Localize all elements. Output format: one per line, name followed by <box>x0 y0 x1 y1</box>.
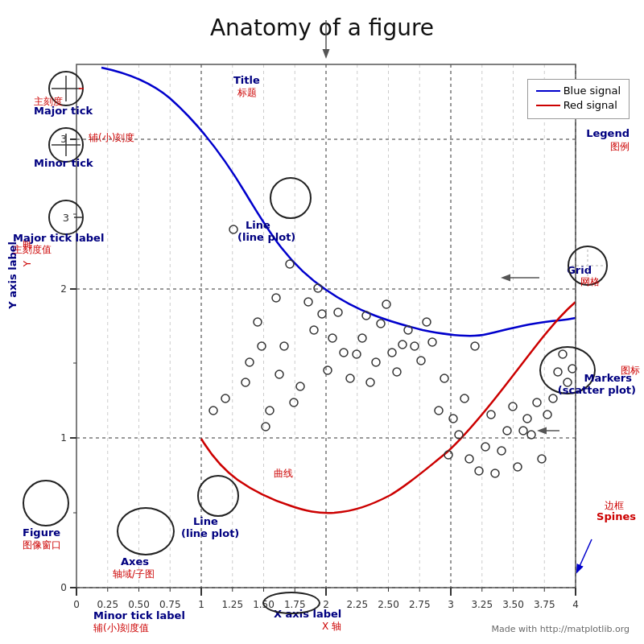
svg-point-51 <box>388 349 396 357</box>
legend-blue-label: Blue signal <box>564 85 621 97</box>
svg-text:0: 0 <box>73 599 80 610</box>
svg-point-49 <box>377 320 385 328</box>
title-ann-cn: 标题 <box>237 86 257 100</box>
svg-text:1: 1 <box>60 432 67 444</box>
minor-tick-cn-label: 辅(小)刻度 <box>89 131 134 145</box>
markers-ann-en2: (scatter plot) <box>558 384 636 396</box>
y-axis-label-cn: Y 轴 <box>21 258 35 266</box>
line-ann-en2: (line plot) <box>237 231 295 243</box>
svg-point-39 <box>324 366 332 374</box>
svg-point-24 <box>246 358 254 366</box>
legend-red-label: Red signal <box>564 99 617 111</box>
svg-point-56 <box>417 357 425 365</box>
markers-cn: 图标 <box>621 364 640 378</box>
svg-text:0.50: 0.50 <box>128 599 150 610</box>
figure-ann-cn: 图像窗口 <box>23 539 61 552</box>
svg-point-25 <box>254 318 262 326</box>
minor-tick-en-label: Minor tick <box>34 157 93 169</box>
svg-point-34 <box>296 382 304 390</box>
svg-point-60 <box>440 374 448 382</box>
svg-point-77 <box>527 431 535 439</box>
svg-point-71 <box>497 447 506 455</box>
svg-point-43 <box>346 374 354 382</box>
legend-title-cn: 图例 <box>610 140 630 154</box>
svg-point-33 <box>290 398 298 407</box>
svg-point-28 <box>266 407 274 415</box>
axes-circle <box>117 507 175 555</box>
svg-point-31 <box>280 342 288 350</box>
major-tick-label-cn: 主刻度值 <box>13 243 52 257</box>
minor-tick-label-en: Minor tick label <box>93 609 185 621</box>
svg-point-29 <box>272 294 280 302</box>
svg-point-58 <box>428 338 436 346</box>
svg-point-30 <box>275 370 283 378</box>
legend-box: Blue signal Red signal <box>527 79 630 119</box>
svg-text:3.25: 3.25 <box>471 599 493 610</box>
svg-point-27 <box>262 423 270 431</box>
line-ann-en1: Line <box>246 219 270 231</box>
axes-ann-en: Axes <box>121 555 149 568</box>
svg-point-44 <box>353 350 361 358</box>
svg-point-72 <box>503 427 511 435</box>
svg-point-26 <box>258 342 266 350</box>
svg-point-68 <box>481 443 489 451</box>
svg-point-22 <box>229 225 237 233</box>
svg-point-20 <box>209 407 217 415</box>
svg-point-48 <box>372 358 380 366</box>
svg-point-64 <box>460 394 469 402</box>
svg-point-50 <box>382 300 390 308</box>
major-tick-en: Major tick <box>34 105 93 117</box>
svg-point-55 <box>411 342 419 350</box>
figure-circle <box>23 480 69 526</box>
svg-point-21 <box>221 394 229 402</box>
svg-point-70 <box>491 469 499 477</box>
svg-point-53 <box>398 341 407 349</box>
curve-cn: 曲线 <box>274 467 293 481</box>
svg-point-75 <box>519 427 527 435</box>
svg-point-66 <box>471 342 479 350</box>
svg-text:2.25: 2.25 <box>346 599 368 610</box>
legend-red-row: Red signal <box>536 99 621 111</box>
main-container: Anatomy of a figure <box>0 0 644 644</box>
svg-text:1: 1 <box>198 599 204 610</box>
svg-point-38 <box>318 310 326 318</box>
svg-point-42 <box>340 349 348 357</box>
svg-point-45 <box>358 334 366 342</box>
major-tick-label-en: Major tick label <box>13 232 104 244</box>
svg-point-47 <box>366 378 374 386</box>
svg-point-37 <box>314 284 322 292</box>
svg-text:2.75: 2.75 <box>409 599 431 610</box>
x-axis-label-cn: X 轴 <box>322 620 341 634</box>
svg-point-36 <box>310 326 318 334</box>
svg-point-41 <box>334 308 342 316</box>
page-title: Anatomy of a figure <box>210 14 434 41</box>
svg-point-65 <box>465 455 473 463</box>
svg-point-81 <box>549 394 557 402</box>
major-tick-label-detail: 3 <box>48 200 84 235</box>
svg-point-57 <box>423 318 431 326</box>
svg-point-52 <box>393 368 401 376</box>
credit-text: Made with http://matplotlib.org <box>492 624 630 634</box>
svg-text:3: 3 <box>63 212 69 224</box>
svg-text:3: 3 <box>448 599 454 610</box>
svg-text:4: 4 <box>572 599 579 610</box>
svg-text:0.25: 0.25 <box>97 599 118 610</box>
line-ann-red2: (line plot) <box>181 527 239 539</box>
svg-line-135 <box>577 539 592 572</box>
svg-point-23 <box>242 378 250 386</box>
minor-tick-label-cn: 辅(小)刻度值 <box>93 621 149 635</box>
svg-point-76 <box>523 415 531 423</box>
svg-point-40 <box>328 334 336 342</box>
line-circle-blue <box>270 177 312 219</box>
title-ann-en: Title <box>233 74 260 86</box>
svg-point-59 <box>435 407 443 415</box>
svg-text:3.50: 3.50 <box>502 599 524 610</box>
legend-red-line <box>536 105 560 106</box>
svg-text:3.75: 3.75 <box>534 599 555 610</box>
svg-point-74 <box>514 463 522 471</box>
grid-ann-cn: 网格 <box>580 275 600 289</box>
figure-ann-en: Figure <box>23 526 60 539</box>
svg-point-78 <box>533 398 541 407</box>
svg-point-69 <box>487 411 495 419</box>
svg-text:0.75: 0.75 <box>159 599 181 610</box>
